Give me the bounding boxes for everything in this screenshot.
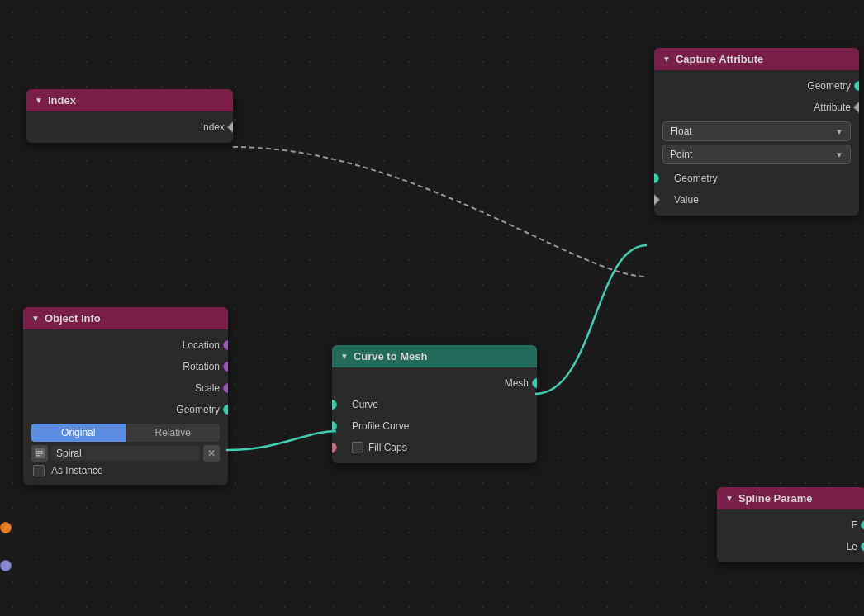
geometry-row: Geometry	[23, 399, 228, 420]
spline-f-label: F	[852, 519, 857, 531]
object-info-title: Object Info	[45, 312, 101, 325]
capture-geometry-input-socket[interactable]	[654, 173, 659, 183]
capture-attribute-node: ▼ Capture Attribute Geometry Attribute F…	[654, 48, 859, 216]
curve-to-mesh-node: ▼ Curve to Mesh Mesh Curve Profile Curve…	[332, 345, 537, 463]
mesh-label: Mesh	[505, 377, 529, 389]
index-output-socket[interactable]	[227, 121, 233, 133]
rotation-socket[interactable]	[223, 362, 228, 372]
svg-rect-1	[36, 451, 43, 453]
scale-socket[interactable]	[223, 383, 228, 393]
scale-label: Scale	[195, 382, 220, 394]
index-output-label: Index	[201, 121, 225, 133]
float-arrow: ▼	[835, 127, 843, 136]
curve-label: Curve	[352, 399, 378, 410]
rotation-label: Rotation	[183, 361, 220, 372]
float-label: Float	[670, 126, 692, 137]
scale-row: Scale	[23, 377, 228, 399]
curve-socket[interactable]	[332, 400, 337, 410]
spline-f-row: F	[717, 514, 864, 536]
as-instance-label: As Instance	[51, 465, 103, 476]
mesh-output-row: Mesh	[332, 372, 537, 394]
attribute-socket[interactable]	[853, 102, 859, 113]
spline-param-title: Spline Parame	[738, 492, 813, 505]
mesh-socket[interactable]	[532, 378, 537, 388]
point-arrow: ▼	[835, 150, 843, 159]
index-node-body: Index	[26, 111, 233, 143]
point-label: Point	[670, 149, 692, 160]
index-output-row: Index	[26, 116, 233, 138]
value-socket[interactable]	[654, 194, 660, 206]
curve-input-row: Curve	[332, 394, 537, 415]
capture-geometry-output: Geometry	[654, 75, 859, 97]
capture-geometry-label: Geometry	[807, 80, 851, 92]
spline-f-socket[interactable]	[861, 520, 864, 530]
rotation-row: Rotation	[23, 356, 228, 377]
svg-rect-2	[36, 453, 43, 455]
spline-le-socket[interactable]	[861, 542, 864, 552]
attribute-output: Attribute	[654, 97, 859, 118]
float-dropdown[interactable]: Float ▼	[662, 121, 851, 141]
object-info-node: ▼ Object Info Location Rotation Scale Ge…	[23, 307, 228, 485]
index-node: ▼ Index Index	[26, 89, 233, 143]
geometry-label: Geometry	[176, 404, 220, 415]
svg-rect-3	[36, 455, 40, 457]
collapse-icon-5: ▼	[725, 494, 733, 503]
capture-attr-title: Capture Attribute	[676, 53, 763, 65]
left-edge-socket-lavender	[0, 560, 12, 571]
file-icon	[31, 445, 48, 462]
spline-le-row: Le	[717, 536, 864, 557]
location-label: Location	[183, 339, 220, 351]
original-button[interactable]: Original	[31, 424, 126, 442]
transform-mode-buttons: Original Relative	[31, 424, 220, 442]
profile-curve-input-row: Profile Curve	[332, 415, 537, 437]
left-edge-socket-orange	[0, 522, 12, 533]
curve-to-mesh-body: Mesh Curve Profile Curve Fill Caps	[332, 367, 537, 463]
spline-param-header[interactable]: ▼ Spline Parame	[717, 487, 864, 509]
collapse-icon-2: ▼	[31, 314, 40, 323]
attribute-label: Attribute	[814, 102, 851, 113]
location-socket[interactable]	[223, 340, 228, 350]
object-info-header[interactable]: ▼ Object Info	[23, 307, 228, 329]
clear-object-button[interactable]: ✕	[203, 445, 220, 462]
capture-geometry-socket[interactable]	[854, 81, 859, 91]
as-instance-checkbox[interactable]	[33, 465, 45, 476]
spline-parameter-node: ▼ Spline Parame F Le	[717, 487, 864, 562]
collapse-icon-4: ▼	[662, 54, 671, 64]
index-node-title: Index	[48, 94, 76, 107]
value-input-row: Value	[654, 189, 859, 211]
collapse-icon-3: ▼	[340, 352, 349, 361]
capture-geometry-input-label: Geometry	[674, 173, 718, 184]
location-row: Location	[23, 334, 228, 356]
curve-to-mesh-header[interactable]: ▼ Curve to Mesh	[332, 345, 537, 367]
point-dropdown[interactable]: Point ▼	[662, 145, 851, 164]
geometry-socket[interactable]	[223, 405, 228, 415]
object-info-body: Location Rotation Scale Geometry Origina…	[23, 329, 228, 485]
fill-caps-socket[interactable]	[332, 443, 337, 453]
capture-attr-header[interactable]: ▼ Capture Attribute	[654, 48, 859, 70]
fill-caps-row: Fill Caps	[332, 437, 537, 458]
object-name-input[interactable]: Spiral	[51, 446, 200, 461]
spline-param-body: F Le	[717, 509, 864, 562]
index-node-header[interactable]: ▼ Index	[26, 89, 233, 111]
fill-caps-checkbox[interactable]	[352, 442, 363, 453]
fill-caps-label: Fill Caps	[368, 442, 407, 453]
collapse-icon: ▼	[35, 96, 43, 105]
profile-curve-socket[interactable]	[332, 421, 337, 431]
relative-button[interactable]: Relative	[126, 424, 221, 442]
object-file-row: Spiral ✕	[31, 445, 220, 462]
capture-attr-body: Geometry Attribute Float ▼ Point ▼ Geome…	[654, 70, 859, 216]
capture-geometry-input-row: Geometry	[654, 168, 859, 189]
curve-to-mesh-title: Curve to Mesh	[354, 350, 428, 362]
spline-le-label: Le	[847, 541, 857, 552]
value-label: Value	[674, 194, 699, 206]
as-instance-row: As Instance	[33, 465, 218, 476]
profile-curve-label: Profile Curve	[352, 420, 409, 432]
